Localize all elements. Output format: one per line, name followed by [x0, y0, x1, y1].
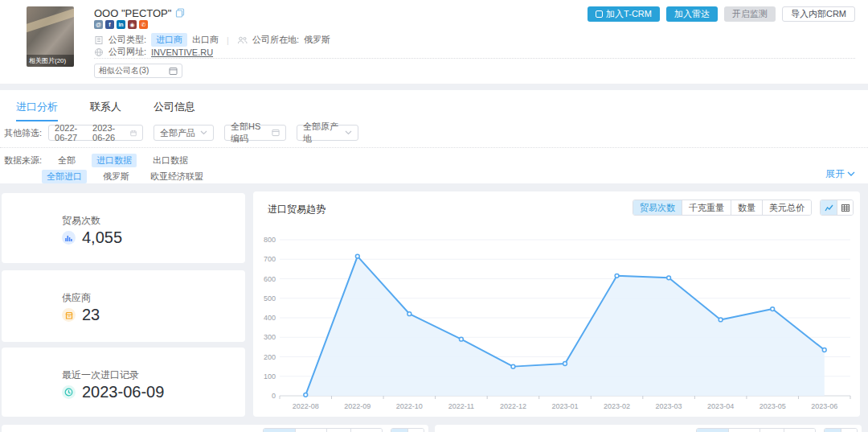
- import-crm-button[interactable]: 导入内部CRM: [782, 6, 855, 22]
- date-range-picker[interactable]: 2022-06-27 2023-06-26: [48, 125, 143, 141]
- svg-text:400: 400: [264, 314, 276, 322]
- hs-code-value: 全部HS编码: [231, 121, 267, 145]
- filter-label: 其他筛选:: [4, 127, 42, 139]
- svg-text:300: 300: [264, 333, 276, 341]
- filter-divider: [0, 147, 868, 148]
- stat-card-last-import: 最近一次进口记录 2023-06-09: [2, 348, 245, 417]
- line-chart-icon[interactable]: [825, 429, 841, 432]
- sub-all-import[interactable]: 全部进口: [42, 170, 87, 183]
- product-select-value: 全部产品: [160, 127, 195, 139]
- table-icon[interactable]: [837, 200, 853, 215]
- exporter-tag[interactable]: 出口商: [192, 34, 219, 46]
- line-chart-icon[interactable]: [821, 200, 837, 215]
- people-icon: [237, 35, 248, 45]
- website-link[interactable]: INVENTIVE.RU: [151, 47, 213, 57]
- tab-company-info[interactable]: 公司信息: [154, 100, 195, 121]
- copy-icon[interactable]: [175, 8, 185, 18]
- data-source-row: 数据来源: 全部 进口数据 出口数据: [4, 154, 193, 167]
- linkedin-icon[interactable]: in: [117, 20, 125, 29]
- svg-text:2023-03: 2023-03: [656, 402, 682, 410]
- svg-text:2023-01: 2023-01: [551, 402, 578, 410]
- origin-select[interactable]: 全部原产地: [297, 125, 358, 141]
- tcrm-icon: [596, 10, 603, 18]
- social-icons: @ f in ◉ ✆: [94, 20, 148, 29]
- expand-toggle[interactable]: 展开: [825, 167, 855, 181]
- svg-text:2022-12: 2022-12: [500, 402, 526, 410]
- filter-row: 其他筛选: 2022-06-27 2023-06-26 全部产品 全部HS编码: [4, 125, 369, 141]
- view-toggle-group: [824, 428, 858, 432]
- svg-text:600: 600: [264, 275, 276, 283]
- view-toggle-group: [820, 200, 854, 216]
- similar-companies-select[interactable]: 相似公司名(3): [94, 64, 182, 78]
- chart-controls: 贸易次数 千克重量 数量 美元总价: [633, 200, 854, 216]
- view-toggle-group: [391, 428, 424, 432]
- origin-select-value: 全部原产地: [303, 121, 340, 145]
- chart-title: 进口贸易趋势: [268, 203, 326, 216]
- line-chart-icon[interactable]: [391, 429, 407, 432]
- product-select[interactable]: 全部产品: [154, 125, 214, 141]
- svg-text:2022-09: 2022-09: [344, 402, 371, 410]
- svg-text:2023-04: 2023-04: [707, 402, 734, 410]
- import-trend-card: 进口贸易趋势 贸易次数 千克重量 数量 美元总价 0100: [253, 191, 860, 417]
- similar-companies-label: 相似公司名(3): [99, 65, 149, 76]
- metric-toggle-group: [263, 428, 383, 432]
- svg-text:2022-10: 2022-10: [396, 402, 423, 410]
- website-icon[interactable]: @: [94, 20, 103, 29]
- bar-chart-icon: [62, 231, 76, 245]
- sub-russia[interactable]: 俄罗斯: [98, 170, 134, 183]
- hs-code-select[interactable]: 全部HS编码: [224, 125, 286, 141]
- svg-text:2022-11: 2022-11: [448, 402, 474, 410]
- metric-segment[interactable]: [326, 429, 350, 432]
- data-source-subrow: 全部进口 俄罗斯 欧亚经济联盟: [42, 170, 208, 183]
- phone-icon[interactable]: ✆: [139, 20, 148, 29]
- metric-segment[interactable]: [728, 429, 760, 432]
- svg-text:2023-05: 2023-05: [760, 402, 786, 410]
- table-icon[interactable]: [841, 429, 857, 432]
- svg-text:2022-08: 2022-08: [293, 402, 319, 410]
- location-label: 公司所在地:: [252, 34, 299, 46]
- importer-tag[interactable]: 进口商: [151, 33, 187, 47]
- add-tcrm-button[interactable]: 加入T-CRM: [588, 6, 660, 22]
- header-actions: 加入T-CRM 加入雷达 开启监测 导入内部CRM: [588, 6, 855, 22]
- date-start[interactable]: 2022-06-27: [55, 123, 88, 142]
- company-info: OOO "PECTOP": [94, 6, 185, 19]
- metric-segment[interactable]: [784, 429, 815, 432]
- metric-weight-kg[interactable]: 千克重量: [682, 200, 731, 215]
- source-import[interactable]: 进口数据: [92, 154, 137, 167]
- add-radar-button[interactable]: 加入雷达: [666, 6, 718, 22]
- date-end[interactable]: 2023-06-26: [92, 123, 125, 142]
- bottom-left-card: [2, 425, 428, 432]
- start-monitor-button[interactable]: 开启监测: [724, 6, 776, 22]
- import-trend-chart[interactable]: 01002003004005006007008002022-082022-092…: [257, 230, 856, 413]
- tab-contacts[interactable]: 联系人: [90, 100, 121, 121]
- instagram-icon[interactable]: ◉: [128, 20, 137, 29]
- facebook-icon[interactable]: f: [105, 20, 114, 29]
- metric-segment[interactable]: [350, 429, 382, 432]
- metric-segment[interactable]: [295, 429, 326, 432]
- source-export[interactable]: 出口数据: [148, 154, 193, 167]
- company-photo[interactable]: 相关图片(20): [27, 6, 74, 67]
- metric-segment[interactable]: [697, 429, 728, 432]
- stat-label: 最近一次进口记录: [62, 368, 139, 382]
- globe-icon: [94, 47, 104, 57]
- metric-usd-total[interactable]: 美元总价: [762, 200, 811, 215]
- metric-segment[interactable]: [760, 429, 784, 432]
- svg-text:2023-06: 2023-06: [811, 402, 837, 410]
- divider: |: [227, 35, 229, 45]
- stat-card-trade-count: 贸易次数 4,055: [2, 193, 245, 263]
- metric-trade-count[interactable]: 贸易次数: [633, 200, 682, 215]
- location-value: 俄罗斯: [304, 34, 330, 46]
- company-type-label: 公司类型:: [108, 34, 146, 46]
- svg-text:200: 200: [264, 353, 276, 361]
- tab-import-analysis[interactable]: 进口分析: [16, 100, 58, 121]
- table-icon[interactable]: [407, 429, 424, 432]
- metric-quantity[interactable]: 数量: [731, 200, 762, 215]
- source-all[interactable]: 全部: [53, 154, 80, 167]
- clock-icon: [62, 385, 76, 399]
- page: 相关图片(20) OOO "PECTOP" @ f in ◉ ✆ 公司类型: [0, 0, 868, 432]
- chevron-down-icon: [345, 130, 352, 135]
- metric-segment[interactable]: [264, 429, 295, 432]
- window-icon: [169, 67, 178, 76]
- sub-eaeu[interactable]: 欧亚经济联盟: [145, 170, 208, 183]
- metric-toggle-group: [696, 428, 816, 432]
